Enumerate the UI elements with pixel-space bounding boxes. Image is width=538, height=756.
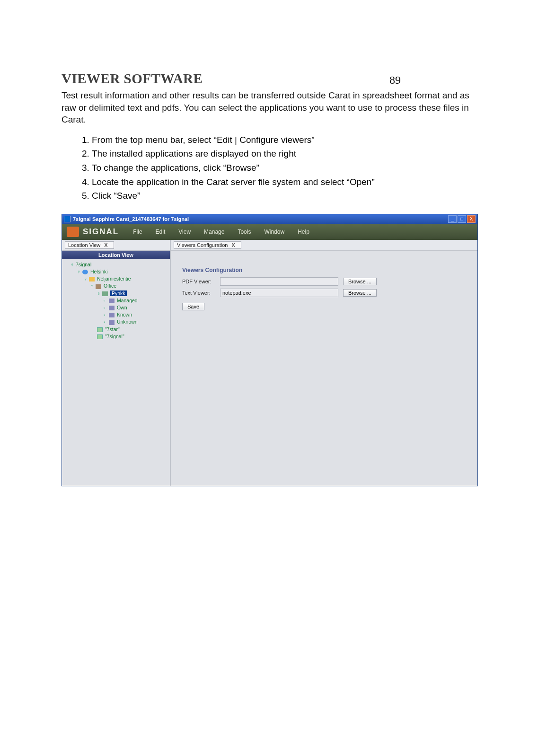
section-heading: VIEWER SOFTWARE	[62, 71, 476, 87]
location-tree[interactable]: ♀7signal ♀ Helsinki ♀ Neljämiestentie ♀ …	[62, 259, 170, 486]
tree-root[interactable]: 7signal	[76, 262, 91, 267]
minimize-button[interactable]: _	[448, 215, 457, 223]
step-item: From the top menu bar, select “Edit | Co…	[92, 133, 476, 147]
menu-help[interactable]: Help	[298, 229, 309, 235]
text-viewer-label: Text Viewer:	[182, 290, 215, 296]
save-button[interactable]: Save	[182, 303, 204, 310]
building-icon	[96, 284, 101, 289]
pdf-viewer-label: PDF Viewer:	[182, 279, 215, 284]
tree-7star[interactable]: "7star"	[105, 326, 120, 332]
brand-text: SIGNAL	[83, 227, 119, 237]
menu-view[interactable]: View	[178, 229, 191, 235]
globe-icon	[82, 270, 88, 274]
main-toolbar: SIGNAL File Edit View Manage Tools Windo…	[62, 224, 477, 240]
tree-helsinki[interactable]: Helsinki	[90, 269, 108, 274]
app-icon	[64, 216, 71, 222]
menu-window[interactable]: Window	[264, 229, 284, 235]
tab-viewers-configuration[interactable]: Viewers Configuration X	[174, 241, 241, 249]
text-viewer-input[interactable]	[220, 289, 338, 297]
step-item: The installed applications are displayed…	[92, 147, 476, 160]
close-button[interactable]: X	[467, 215, 476, 223]
menu-edit[interactable]: Edit	[156, 229, 166, 235]
file-icon	[97, 327, 103, 332]
tab-label: Location View	[68, 242, 100, 248]
left-pane: Location View X Location View ♀7signal ♀…	[62, 240, 171, 486]
tree-office[interactable]: Office	[104, 283, 116, 289]
folder-icon	[89, 277, 95, 281]
wifi-icon	[109, 313, 115, 317]
wifi-icon	[109, 306, 115, 310]
tree-7signal[interactable]: "7signal"	[105, 334, 124, 339]
step-item: Locate the application in the Carat serv…	[92, 176, 476, 189]
close-icon[interactable]: X	[231, 242, 235, 248]
menu-bar: File Edit View Manage Tools Window Help	[133, 229, 309, 235]
file-icon	[97, 334, 103, 339]
step-item: To change the applications, click “Brows…	[92, 161, 476, 175]
window-title: 7signal Sapphire Carat_2147483647 for 7s…	[73, 216, 448, 222]
close-icon[interactable]: X	[104, 242, 107, 248]
tree-managed[interactable]: Managed	[117, 298, 138, 303]
pdf-viewer-input[interactable]	[220, 277, 338, 286]
form-title: Viewers Configuration	[182, 267, 470, 273]
menu-tools[interactable]: Tools	[238, 229, 251, 235]
tree-pynkk-selected[interactable]: Pynkk	[110, 290, 127, 296]
wifi-icon	[109, 320, 115, 325]
menu-manage[interactable]: Manage	[204, 229, 224, 235]
brand-logo-icon	[67, 227, 79, 237]
step-item: Click “Save”	[92, 189, 476, 202]
browse-pdf-button[interactable]: Browse ...	[343, 278, 377, 285]
tab-label: Viewers Configuration	[177, 242, 228, 248]
tree-own[interactable]: Own	[117, 305, 127, 310]
titlebar[interactable]: 7signal Sapphire Carat_2147483647 for 7s…	[62, 214, 477, 224]
tree-unknown[interactable]: Unknown	[117, 319, 138, 325]
tab-location-view[interactable]: Location View X	[65, 241, 114, 249]
tree-known[interactable]: Known	[117, 312, 132, 317]
intro-paragraph: Test result information and other result…	[62, 89, 476, 126]
right-pane: Viewers Configuration X Viewers Configur…	[171, 240, 477, 486]
steps-list: From the top menu bar, select “Edit | Co…	[92, 133, 476, 202]
maximize-button[interactable]: □	[458, 215, 466, 223]
box-icon	[102, 291, 108, 296]
browse-text-button[interactable]: Browse ...	[343, 289, 377, 297]
page-number: 89	[389, 74, 401, 87]
left-pane-header: Location View	[62, 251, 170, 259]
menu-file[interactable]: File	[133, 229, 142, 235]
wifi-icon	[109, 299, 115, 303]
app-window: 7signal Sapphire Carat_2147483647 for 7s…	[62, 214, 478, 486]
tree-neljamiestentie[interactable]: Neljämiestentie	[97, 276, 131, 281]
